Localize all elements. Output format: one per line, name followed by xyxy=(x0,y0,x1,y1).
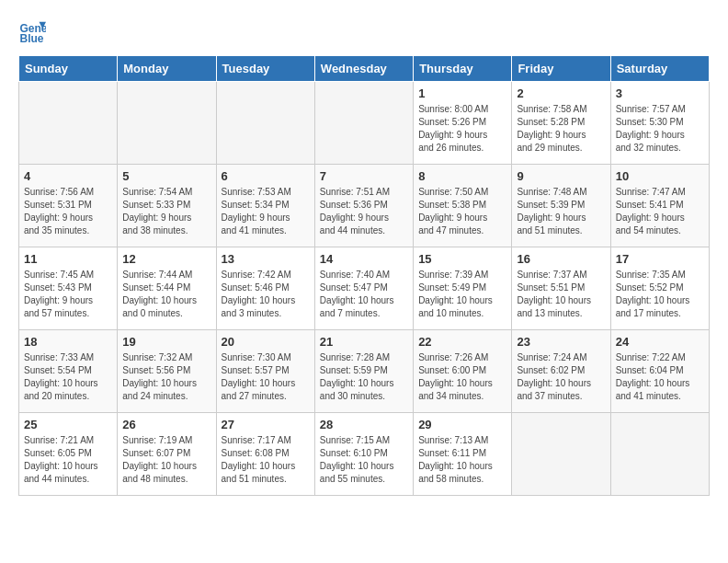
calendar-cell: 1Sunrise: 8:00 AM Sunset: 5:26 PM Daylig… xyxy=(414,82,512,165)
day-number: 13 xyxy=(222,252,310,266)
weekday-header-monday: Monday xyxy=(118,56,216,82)
day-number: 25 xyxy=(24,418,112,431)
day-number: 2 xyxy=(517,86,605,100)
day-info: Sunrise: 7:37 AM Sunset: 5:51 PM Dayligh… xyxy=(517,269,605,320)
weekday-header-saturday: Saturday xyxy=(610,56,709,82)
day-info: Sunrise: 7:40 AM Sunset: 5:47 PM Dayligh… xyxy=(320,269,408,320)
calendar-cell: 12Sunrise: 7:44 AM Sunset: 5:44 PM Dayli… xyxy=(118,247,216,330)
weekday-header-row: SundayMondayTuesdayWednesdayThursdayFrid… xyxy=(19,56,710,82)
day-info: Sunrise: 7:19 AM Sunset: 6:07 PM Dayligh… xyxy=(122,434,210,486)
day-number: 26 xyxy=(122,418,210,431)
calendar-cell: 29Sunrise: 7:13 AM Sunset: 6:11 PM Dayli… xyxy=(414,413,512,496)
day-info: Sunrise: 7:58 AM Sunset: 5:28 PM Dayligh… xyxy=(517,103,605,155)
calendar-cell: 2Sunrise: 7:58 AM Sunset: 5:28 PM Daylig… xyxy=(512,82,610,165)
calendar-cell: 15Sunrise: 7:39 AM Sunset: 5:49 PM Dayli… xyxy=(414,247,512,330)
day-number: 29 xyxy=(418,418,506,431)
calendar-cell: 5Sunrise: 7:54 AM Sunset: 5:33 PM Daylig… xyxy=(118,165,216,247)
day-info: Sunrise: 7:51 AM Sunset: 5:36 PM Dayligh… xyxy=(320,186,408,237)
calendar-cell: 6Sunrise: 7:53 AM Sunset: 5:34 PM Daylig… xyxy=(216,165,314,247)
calendar-cell: 24Sunrise: 7:22 AM Sunset: 6:04 PM Dayli… xyxy=(610,330,709,413)
day-number: 3 xyxy=(616,86,704,100)
day-info: Sunrise: 7:44 AM Sunset: 5:44 PM Dayligh… xyxy=(122,269,210,320)
day-info: Sunrise: 7:39 AM Sunset: 5:49 PM Dayligh… xyxy=(418,269,506,320)
day-number: 9 xyxy=(517,169,605,183)
day-number: 21 xyxy=(320,335,408,349)
day-info: Sunrise: 7:42 AM Sunset: 5:46 PM Dayligh… xyxy=(222,269,310,320)
weekday-header-friday: Friday xyxy=(512,56,610,82)
weekday-header-sunday: Sunday xyxy=(19,56,118,82)
day-info: Sunrise: 7:57 AM Sunset: 5:30 PM Dayligh… xyxy=(616,103,704,155)
day-info: Sunrise: 7:22 AM Sunset: 6:04 PM Dayligh… xyxy=(616,351,704,403)
calendar-cell xyxy=(118,82,216,165)
calendar-cell: 21Sunrise: 7:28 AM Sunset: 5:59 PM Dayli… xyxy=(314,330,413,413)
day-info: Sunrise: 7:28 AM Sunset: 5:59 PM Dayligh… xyxy=(320,351,408,403)
calendar-table: SundayMondayTuesdayWednesdayThursdayFrid… xyxy=(18,55,710,496)
svg-text:Blue: Blue xyxy=(20,32,44,45)
calendar-cell xyxy=(512,413,610,496)
weekday-header-wednesday: Wednesday xyxy=(314,56,413,82)
week-row-1: 1Sunrise: 8:00 AM Sunset: 5:26 PM Daylig… xyxy=(19,82,710,165)
day-number: 14 xyxy=(320,252,408,266)
day-info: Sunrise: 7:53 AM Sunset: 5:34 PM Dayligh… xyxy=(222,186,310,237)
day-info: Sunrise: 7:24 AM Sunset: 6:02 PM Dayligh… xyxy=(517,351,605,403)
day-info: Sunrise: 7:50 AM Sunset: 5:38 PM Dayligh… xyxy=(418,186,506,237)
week-row-5: 25Sunrise: 7:21 AM Sunset: 6:05 PM Dayli… xyxy=(19,413,710,496)
calendar-cell xyxy=(610,413,709,496)
calendar-cell: 14Sunrise: 7:40 AM Sunset: 5:47 PM Dayli… xyxy=(314,247,413,330)
calendar-cell: 9Sunrise: 7:48 AM Sunset: 5:39 PM Daylig… xyxy=(512,165,610,247)
day-info: Sunrise: 8:00 AM Sunset: 5:26 PM Dayligh… xyxy=(418,103,506,155)
day-number: 7 xyxy=(320,169,408,183)
calendar-cell: 10Sunrise: 7:47 AM Sunset: 5:41 PM Dayli… xyxy=(610,165,709,247)
calendar-cell: 13Sunrise: 7:42 AM Sunset: 5:46 PM Dayli… xyxy=(216,247,314,330)
day-number: 23 xyxy=(517,335,605,349)
day-number: 19 xyxy=(122,335,210,349)
calendar-cell xyxy=(19,82,118,165)
week-row-4: 18Sunrise: 7:33 AM Sunset: 5:54 PM Dayli… xyxy=(19,330,710,413)
calendar-cell: 7Sunrise: 7:51 AM Sunset: 5:36 PM Daylig… xyxy=(314,165,413,247)
day-number: 11 xyxy=(24,252,112,266)
day-number: 22 xyxy=(418,335,506,349)
day-info: Sunrise: 7:35 AM Sunset: 5:52 PM Dayligh… xyxy=(616,269,704,320)
week-row-2: 4Sunrise: 7:56 AM Sunset: 5:31 PM Daylig… xyxy=(19,165,710,247)
calendar-cell: 25Sunrise: 7:21 AM Sunset: 6:05 PM Dayli… xyxy=(19,413,118,496)
calendar-cell: 17Sunrise: 7:35 AM Sunset: 5:52 PM Dayli… xyxy=(610,247,709,330)
day-number: 4 xyxy=(24,169,112,183)
calendar-cell: 22Sunrise: 7:26 AM Sunset: 6:00 PM Dayli… xyxy=(414,330,512,413)
day-info: Sunrise: 7:21 AM Sunset: 6:05 PM Dayligh… xyxy=(24,434,112,486)
calendar-cell: 26Sunrise: 7:19 AM Sunset: 6:07 PM Dayli… xyxy=(118,413,216,496)
calendar-cell: 8Sunrise: 7:50 AM Sunset: 5:38 PM Daylig… xyxy=(414,165,512,247)
calendar-cell: 23Sunrise: 7:24 AM Sunset: 6:02 PM Dayli… xyxy=(512,330,610,413)
weekday-header-tuesday: Tuesday xyxy=(216,56,314,82)
day-number: 17 xyxy=(616,252,704,266)
day-info: Sunrise: 7:17 AM Sunset: 6:08 PM Dayligh… xyxy=(222,434,310,486)
calendar-cell: 3Sunrise: 7:57 AM Sunset: 5:30 PM Daylig… xyxy=(610,82,709,165)
day-info: Sunrise: 7:15 AM Sunset: 6:10 PM Dayligh… xyxy=(320,434,408,486)
calendar-cell: 28Sunrise: 7:15 AM Sunset: 6:10 PM Dayli… xyxy=(314,413,413,496)
day-number: 12 xyxy=(122,252,210,266)
day-info: Sunrise: 7:47 AM Sunset: 5:41 PM Dayligh… xyxy=(616,186,704,237)
logo-icon: General Blue xyxy=(18,18,46,46)
page-header: General Blue xyxy=(18,18,710,46)
day-number: 16 xyxy=(517,252,605,266)
calendar-cell: 16Sunrise: 7:37 AM Sunset: 5:51 PM Dayli… xyxy=(512,247,610,330)
day-info: Sunrise: 7:26 AM Sunset: 6:00 PM Dayligh… xyxy=(418,351,506,403)
calendar-cell: 27Sunrise: 7:17 AM Sunset: 6:08 PM Dayli… xyxy=(216,413,314,496)
weekday-header-thursday: Thursday xyxy=(414,56,512,82)
calendar-cell: 11Sunrise: 7:45 AM Sunset: 5:43 PM Dayli… xyxy=(19,247,118,330)
day-number: 8 xyxy=(418,169,506,183)
calendar-cell: 4Sunrise: 7:56 AM Sunset: 5:31 PM Daylig… xyxy=(19,165,118,247)
day-info: Sunrise: 7:54 AM Sunset: 5:33 PM Dayligh… xyxy=(122,186,210,237)
day-info: Sunrise: 7:45 AM Sunset: 5:43 PM Dayligh… xyxy=(24,269,112,320)
day-info: Sunrise: 7:30 AM Sunset: 5:57 PM Dayligh… xyxy=(222,351,310,403)
day-number: 6 xyxy=(222,169,310,183)
day-info: Sunrise: 7:56 AM Sunset: 5:31 PM Dayligh… xyxy=(24,186,112,237)
day-number: 15 xyxy=(418,252,506,266)
day-number: 18 xyxy=(24,335,112,349)
calendar-cell: 19Sunrise: 7:32 AM Sunset: 5:56 PM Dayli… xyxy=(118,330,216,413)
day-info: Sunrise: 7:13 AM Sunset: 6:11 PM Dayligh… xyxy=(418,434,506,486)
logo: General Blue xyxy=(18,18,50,46)
day-number: 10 xyxy=(616,169,704,183)
day-number: 24 xyxy=(616,335,704,349)
calendar-cell xyxy=(216,82,314,165)
day-info: Sunrise: 7:33 AM Sunset: 5:54 PM Dayligh… xyxy=(24,351,112,403)
